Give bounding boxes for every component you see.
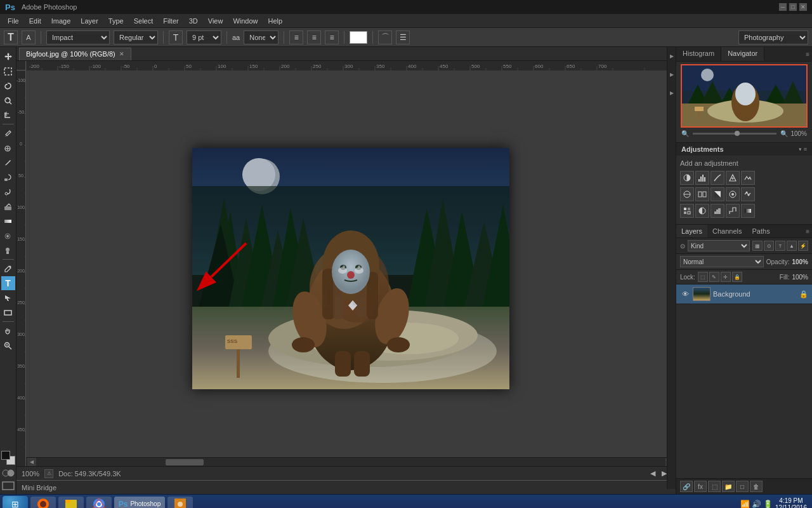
- collapse-button-3[interactable]: ▶: [669, 90, 674, 96]
- align-left-btn[interactable]: ≡: [289, 30, 303, 44]
- menu-help[interactable]: Help: [263, 16, 288, 26]
- nav-slider-thumb[interactable]: [735, 131, 740, 136]
- taskbar-chrome[interactable]: [86, 497, 112, 509]
- filter-adjust-icon[interactable]: ⊙: [764, 241, 774, 251]
- window-controls[interactable]: ─ □ ✕: [779, 3, 807, 11]
- adj-bw-btn[interactable]: [710, 187, 724, 201]
- minimize-button[interactable]: ─: [779, 3, 787, 11]
- nav-zoom-slider[interactable]: [693, 133, 776, 135]
- filter-smart-icon[interactable]: ⚡: [798, 241, 808, 251]
- taskbar-explorer[interactable]: [58, 497, 84, 509]
- adj-color-balance-btn[interactable]: [695, 187, 709, 201]
- adj-invert-btn[interactable]: [695, 204, 709, 218]
- crop-tool[interactable]: [1, 108, 15, 122]
- move-tool[interactable]: [1, 50, 15, 64]
- text-color-swatch[interactable]: [350, 31, 367, 44]
- scroll-thumb[interactable]: [166, 459, 204, 465]
- eyedropper-tool[interactable]: [1, 126, 15, 140]
- eraser-tool[interactable]: [1, 199, 15, 213]
- adj-levels-btn[interactable]: [695, 171, 709, 185]
- taskbar-firefox[interactable]: [30, 497, 56, 509]
- font-family-select[interactable]: Impact: [46, 30, 110, 44]
- collapse-button-1[interactable]: ▶: [669, 53, 674, 59]
- new-layer-btn[interactable]: □: [736, 481, 749, 492]
- new-group-btn[interactable]: 📁: [722, 481, 735, 492]
- horizontal-scrollbar[interactable]: ◀ ▶: [26, 457, 676, 466]
- quick-selection-tool[interactable]: [1, 93, 15, 107]
- lock-image-btn[interactable]: ✎: [709, 272, 719, 282]
- menu-window[interactable]: Window: [228, 16, 263, 26]
- align-center-btn[interactable]: ≡: [307, 30, 321, 44]
- menu-3d[interactable]: 3D: [184, 16, 203, 26]
- add-layer-style-btn[interactable]: fx: [694, 481, 707, 492]
- align-right-btn[interactable]: ≡: [325, 30, 339, 44]
- screen-mode-btn[interactable]: [2, 481, 15, 490]
- document-tab[interactable]: Bigfoot.jpg @ 100% (RGB/8) ✕: [19, 48, 131, 60]
- collapse-button-2[interactable]: ▶: [669, 72, 674, 77]
- scroll-left-btn[interactable]: ◀: [27, 458, 36, 467]
- start-button[interactable]: ⊞: [3, 496, 28, 509]
- adj-gradient-map-btn[interactable]: [741, 204, 755, 218]
- layers-panel-options-btn[interactable]: ≡: [803, 225, 812, 237]
- menu-file[interactable]: File: [3, 16, 24, 26]
- hand-tool[interactable]: [1, 324, 15, 338]
- tab-channels[interactable]: Channels: [707, 225, 747, 237]
- gradient-tool[interactable]: [1, 214, 15, 228]
- blur-tool[interactable]: [1, 229, 15, 243]
- lock-transparent-btn[interactable]: ⬚: [698, 272, 708, 282]
- rectangle-shape-tool[interactable]: [1, 305, 15, 319]
- nav-zoom-in-icon[interactable]: 🔍: [780, 130, 788, 137]
- quick-mask-btn[interactable]: [2, 468, 15, 478]
- rectangular-marquee-tool[interactable]: [1, 64, 15, 78]
- adj-hue-sat-btn[interactable]: [680, 187, 694, 201]
- menu-select[interactable]: Select: [129, 16, 159, 26]
- status-nav-left[interactable]: ◀: [650, 469, 659, 478]
- fill-value[interactable]: 100%: [792, 274, 808, 281]
- adj-threshold-btn[interactable]: [726, 204, 740, 218]
- link-layers-btn[interactable]: 🔗: [680, 481, 693, 492]
- adj-vibrance-btn[interactable]: [741, 171, 755, 185]
- maximize-button[interactable]: □: [789, 3, 797, 11]
- layer-visibility-eye[interactable]: 👁: [680, 289, 690, 299]
- workspace-select[interactable]: Photography: [738, 30, 808, 44]
- tab-navigator[interactable]: Navigator: [721, 47, 764, 61]
- tab-close-btn[interactable]: ✕: [119, 51, 124, 57]
- taskbar-photoshop[interactable]: Ps Photoshop: [114, 497, 165, 509]
- menu-image[interactable]: Image: [46, 16, 76, 26]
- history-brush-tool[interactable]: [1, 185, 15, 199]
- adj-exposure-btn[interactable]: [726, 171, 740, 185]
- opacity-value[interactable]: 100%: [792, 258, 808, 265]
- adj-color-lookup-btn[interactable]: [680, 204, 694, 218]
- lock-all-btn[interactable]: 🔒: [732, 272, 742, 282]
- close-button[interactable]: ✕: [799, 3, 807, 11]
- tab-paths[interactable]: Paths: [747, 225, 775, 237]
- menu-filter[interactable]: Filter: [158, 16, 183, 26]
- toggle-char-panel-btn[interactable]: A: [22, 30, 36, 44]
- zoom-warning-icon[interactable]: ⚠: [44, 469, 53, 478]
- tab-histogram[interactable]: Histogram: [676, 47, 721, 61]
- adj-channel-mixer-btn[interactable]: [741, 187, 755, 201]
- menu-view[interactable]: View: [203, 16, 228, 26]
- adj-curves-btn[interactable]: [710, 171, 724, 185]
- delete-layer-btn[interactable]: 🗑: [750, 481, 763, 492]
- lasso-tool[interactable]: [1, 79, 15, 93]
- path-selection-tool[interactable]: [1, 291, 15, 305]
- spot-healing-tool[interactable]: [1, 141, 15, 155]
- mini-bridge-panel[interactable]: Mini Bridge ≡: [16, 480, 676, 494]
- lock-position-btn[interactable]: ✛: [721, 272, 731, 282]
- adjustments-expand-btn[interactable]: ▾ ≡: [799, 146, 807, 152]
- menu-layer[interactable]: Layer: [75, 16, 103, 26]
- clone-stamp-tool[interactable]: [1, 170, 15, 184]
- background-color-swatch[interactable]: [1, 451, 15, 465]
- pen-tool[interactable]: [1, 262, 15, 276]
- warp-text-btn[interactable]: ⌒: [378, 30, 392, 44]
- dodge-tool[interactable]: [1, 243, 15, 257]
- filter-type-icon[interactable]: T: [775, 241, 785, 251]
- char-para-panel-btn[interactable]: ☰: [396, 30, 410, 44]
- adj-photo-filter-btn[interactable]: [726, 187, 740, 201]
- layer-item-background[interactable]: 👁 Background 🔒: [676, 284, 812, 304]
- filter-pixel-icon[interactable]: ▦: [752, 241, 763, 251]
- panel-tab-options[interactable]: ≡: [803, 47, 812, 61]
- layer-filter-type-select[interactable]: Kind: [688, 240, 750, 251]
- adj-posterize-btn[interactable]: [710, 204, 724, 218]
